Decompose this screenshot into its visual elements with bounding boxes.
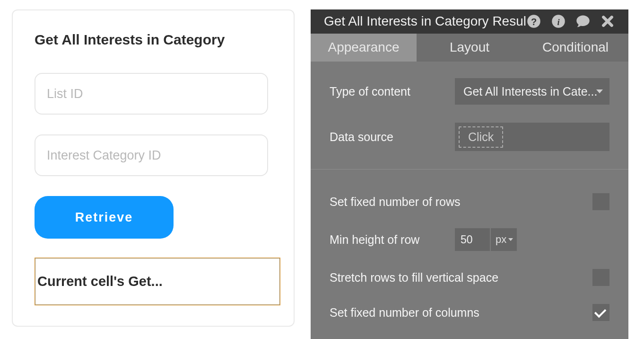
interest-category-id-input[interactable]	[35, 134, 268, 176]
close-icon[interactable]	[600, 14, 615, 29]
data-source-box[interactable]: Click	[455, 123, 609, 151]
min-height-row: Min height of row px	[330, 228, 609, 251]
fixed-columns-checkbox[interactable]	[592, 304, 609, 321]
type-of-content-label: Type of content	[330, 85, 455, 98]
min-height-label: Min height of row	[330, 233, 455, 247]
chevron-down-icon	[508, 238, 513, 241]
info-icon[interactable]: i	[551, 14, 566, 29]
svg-text:?: ?	[531, 17, 537, 27]
card-title: Get All Interests in Category	[35, 32, 272, 48]
type-of-content-value: Get All Interests in Cate...	[463, 85, 597, 98]
header-icon-group: ? i	[526, 14, 615, 29]
panel-header: Get All Interests in Category Resul ? i	[311, 9, 628, 34]
tab-conditional[interactable]: Conditional	[522, 34, 628, 62]
tab-layout[interactable]: Layout	[417, 34, 522, 62]
min-height-unit-value: px	[496, 233, 506, 246]
type-of-content-dropdown[interactable]: Get All Interests in Cate...	[455, 78, 609, 105]
form-card: Get All Interests in Category Retrieve C…	[12, 9, 295, 327]
retrieve-button[interactable]: Retrieve	[35, 196, 174, 239]
repeating-cell-preview[interactable]: Current cell's Get...	[35, 258, 280, 305]
fixed-columns-label: Set fixed number of columns	[330, 306, 592, 320]
fixed-rows-label: Set fixed number of rows	[330, 195, 592, 209]
stretch-rows-label: Stretch rows to fill vertical space	[330, 271, 592, 285]
fixed-rows-row: Set fixed number of rows	[330, 193, 609, 210]
help-icon[interactable]: ?	[526, 14, 541, 29]
data-source-label: Data source	[330, 130, 455, 144]
data-source-row: Data source Click	[330, 123, 609, 151]
comment-icon[interactable]	[575, 14, 591, 29]
svg-text:i: i	[557, 17, 560, 27]
property-editor-panel: Get All Interests in Category Resul ? i …	[311, 9, 628, 339]
fixed-rows-checkbox[interactable]	[592, 193, 609, 210]
cell-expression-text: Current cell's Get...	[37, 274, 163, 289]
min-height-input[interactable]	[455, 228, 490, 251]
stretch-rows-row: Stretch rows to fill vertical space	[330, 269, 609, 286]
chevron-down-icon	[596, 89, 603, 93]
section-divider	[311, 169, 628, 170]
min-height-unit-select[interactable]: px	[491, 228, 517, 251]
fixed-columns-row: Set fixed number of columns	[330, 304, 609, 321]
panel-title: Get All Interests in Category Resul	[324, 14, 526, 29]
stretch-rows-checkbox[interactable]	[592, 269, 609, 286]
list-id-input[interactable]	[35, 73, 268, 115]
tab-bar: Appearance Layout Conditional	[311, 34, 628, 62]
type-of-content-row: Type of content Get All Interests in Cat…	[330, 78, 609, 105]
tab-appearance[interactable]: Appearance	[311, 34, 417, 62]
panel-body: Type of content Get All Interests in Cat…	[311, 62, 628, 339]
data-source-click-chip[interactable]: Click	[459, 126, 503, 148]
